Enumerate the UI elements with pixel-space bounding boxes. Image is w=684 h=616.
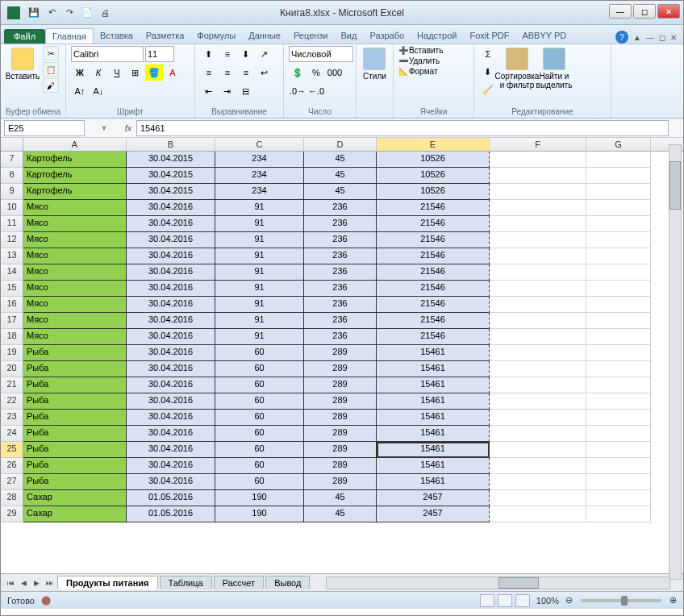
cell-D25[interactable]: 289 [304,442,377,458]
orientation-button[interactable]: ↗ [256,46,273,62]
cell-F18[interactable] [490,329,586,345]
cell-D21[interactable]: 289 [304,377,377,393]
qat-redo[interactable]: ↷ [62,6,77,20]
cell-A27[interactable]: Рыба [23,474,127,490]
cell-G21[interactable] [586,377,651,393]
font-color-button[interactable]: A [164,65,181,81]
ribbon-tab-8[interactable]: Надстрой [411,28,463,44]
comma-button[interactable]: 000 [326,65,344,81]
cell-E13[interactable]: 21546 [377,248,490,264]
col-header-B[interactable]: B [127,138,215,151]
row-header-21[interactable]: 21 [1,377,23,393]
cell-C19[interactable]: 60 [215,345,304,361]
cell-C21[interactable]: 60 [215,377,304,393]
ribbon-tab-10[interactable]: ABBYY PD [515,28,573,44]
cell-D28[interactable]: 45 [304,490,377,506]
normal-view-button[interactable] [480,594,494,607]
cell-C11[interactable]: 91 [215,216,304,232]
cell-E26[interactable]: 15461 [377,458,490,474]
row-header-25[interactable]: 25 [1,442,23,458]
maximize-button[interactable]: ◻ [633,4,656,19]
cell-A9[interactable]: Картофель [23,184,127,200]
format-cells-button[interactable]: 📐 Формат [398,67,438,76]
cell-D17[interactable]: 236 [304,313,377,329]
col-header-E[interactable]: E [377,138,490,151]
cell-A26[interactable]: Рыба [23,458,127,474]
cell-F19[interactable] [490,345,586,361]
cell-B16[interactable]: 30.04.2016 [127,297,215,313]
ribbon-tab-2[interactable]: Разметка [140,28,191,44]
paste-button[interactable]: Вставить [6,46,40,82]
cell-F20[interactable] [490,361,586,377]
align-center-button[interactable]: ≡ [219,65,236,81]
ribbon-tab-1[interactable]: Вставка [94,28,140,44]
cell-D12[interactable]: 236 [304,232,377,248]
doc-restore-icon[interactable]: ◻ [659,33,665,42]
sheet-nav-first[interactable]: ⏮ [4,576,17,589]
cell-D27[interactable]: 289 [304,474,377,490]
cell-G23[interactable] [586,410,651,426]
row-header-26[interactable]: 26 [1,458,23,474]
cell-D19[interactable]: 289 [304,345,377,361]
cell-D29[interactable]: 45 [304,506,377,522]
doc-close-icon[interactable]: ✕ [670,33,677,42]
cell-F22[interactable] [490,393,586,410]
align-middle-button[interactable]: ≡ [219,46,236,62]
row-header-16[interactable]: 16 [1,297,23,313]
col-header-F[interactable]: F [490,138,586,151]
cell-F10[interactable] [490,200,586,216]
sheet-nav-last[interactable]: ⏭ [43,576,56,589]
delete-cells-button[interactable]: ➖ Удалить [398,56,440,65]
qat-print[interactable]: 🖨 [98,6,112,20]
increase-indent-button[interactable]: ⇥ [219,83,236,99]
row-header-7[interactable]: 7 [1,152,23,168]
cell-A14[interactable]: Мясо [23,264,127,281]
qat-save[interactable]: 💾 [27,6,41,20]
cell-F28[interactable] [490,490,586,506]
cell-G7[interactable] [586,152,651,168]
cell-G29[interactable] [586,506,651,522]
vertical-scrollbar[interactable] [669,144,682,580]
bold-button[interactable]: Ж [71,65,89,81]
cell-C18[interactable]: 91 [215,329,304,345]
cell-C14[interactable]: 91 [215,264,304,281]
cell-A16[interactable]: Мясо [23,297,127,313]
minimize-button[interactable]: — [609,4,632,19]
cell-B8[interactable]: 30.04.2015 [127,168,215,184]
row-header-15[interactable]: 15 [1,281,23,297]
cell-D10[interactable]: 236 [304,200,377,216]
cell-A8[interactable]: Картофель [23,168,127,184]
cell-A17[interactable]: Мясо [23,313,127,329]
row-header-18[interactable]: 18 [1,329,23,345]
cell-A25[interactable]: Рыба [23,442,127,458]
sheet-nav-prev[interactable]: ◀ [17,576,30,589]
cell-B26[interactable]: 30.04.2016 [127,458,215,474]
cell-E23[interactable]: 15461 [377,410,490,426]
row-header-13[interactable]: 13 [1,248,23,264]
number-format-combo[interactable] [289,46,353,62]
row-header-11[interactable]: 11 [1,216,23,232]
cell-F24[interactable] [490,426,586,442]
cell-B21[interactable]: 30.04.2016 [127,377,215,393]
cell-E8[interactable]: 10526 [377,168,490,184]
cell-B22[interactable]: 30.04.2016 [127,393,215,410]
cell-E11[interactable]: 21546 [377,216,490,232]
cell-G10[interactable] [586,200,651,216]
cell-F17[interactable] [490,313,586,329]
page-break-view-button[interactable] [515,594,530,607]
doc-minimize-icon[interactable]: — [646,33,654,42]
cell-B10[interactable]: 30.04.2016 [127,200,215,216]
row-header-20[interactable]: 20 [1,361,23,377]
cell-B24[interactable]: 30.04.2016 [127,426,215,442]
row-header-27[interactable]: 27 [1,474,23,490]
cell-E24[interactable]: 15461 [377,426,490,442]
cell-C13[interactable]: 91 [215,248,304,264]
col-header-A[interactable]: A [23,138,127,151]
cell-B13[interactable]: 30.04.2016 [127,248,215,264]
cell-C15[interactable]: 91 [215,281,304,297]
border-button[interactable]: ⊞ [127,65,144,81]
cell-C22[interactable]: 60 [215,393,304,410]
cell-G16[interactable] [586,297,651,313]
align-bottom-button[interactable]: ⬇ [237,46,255,62]
cell-D16[interactable]: 236 [304,297,377,313]
